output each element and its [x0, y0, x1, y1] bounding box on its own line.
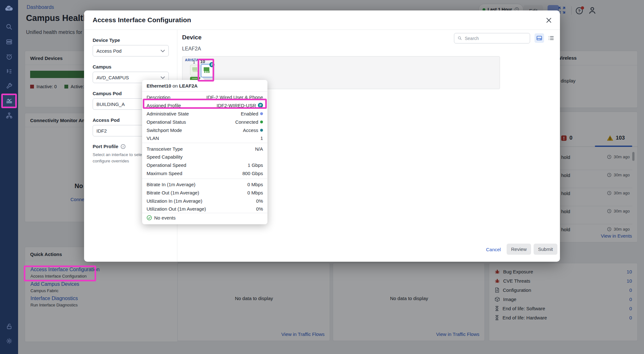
- access-pod-label: Access Pod: [93, 117, 120, 123]
- tooltip-title: Ethernet10 on LEAF2A: [147, 83, 198, 88]
- port-profile-helper-1: Select an interface to select: [93, 152, 145, 157]
- tooltip-row: Bitrate Out (1m Average)0 Mbps: [147, 188, 263, 197]
- list-view-icon: [548, 35, 554, 41]
- search-placeholder: Search: [465, 36, 479, 41]
- device-search-input[interactable]: Search: [454, 33, 530, 43]
- port-profile-helper-2: configure overrides: [93, 159, 129, 163]
- state-dot: [260, 129, 263, 132]
- no-events-row: No events: [147, 215, 176, 220]
- state-dot: [260, 121, 263, 123]
- tooltip-row: VLAN1: [147, 134, 263, 142]
- provisioning-wrench-icon[interactable]: [5, 82, 13, 90]
- close-icon[interactable]: [545, 16, 553, 24]
- info-icon[interactable]: i: [121, 144, 126, 149]
- port-1-label: 1: [193, 60, 195, 64]
- card-view-toggle[interactable]: [535, 33, 544, 43]
- device-name: LEAF2A: [182, 46, 201, 52]
- cancel-button[interactable]: Cancel: [486, 247, 501, 252]
- tooltip-row: Bitrate In (1m Average)0 Mbps: [147, 180, 263, 188]
- tooltip-row: Operational Speed1 Gbps: [147, 161, 263, 169]
- state-dot: [260, 112, 263, 115]
- check-circle-icon: [147, 215, 152, 220]
- devices-icon[interactable]: [5, 37, 13, 46]
- port-profile-label: Port Profile i: [93, 144, 126, 149]
- tooltip-row: Speed Capability: [147, 153, 263, 161]
- review-button[interactable]: Review: [507, 244, 531, 255]
- chevron-down-icon: [161, 49, 165, 52]
- tooltip-row: Utilization Out (1m Average)0%: [147, 205, 263, 213]
- campus-label: Campus: [93, 64, 111, 69]
- device-section-heading: Device: [182, 34, 201, 41]
- vendor-logo: ARISTA: [185, 58, 199, 62]
- tooltip-row: Utilization In (1m Average)0%: [147, 197, 263, 205]
- network-topology-icon[interactable]: [5, 111, 13, 120]
- list-view-toggle[interactable]: [547, 34, 555, 43]
- tooltip-row: Maximum Speed800 Gbps: [147, 169, 263, 177]
- sidebar: [0, 0, 18, 354]
- annotation-quick-action: [24, 266, 96, 281]
- settings-gear-icon[interactable]: [5, 337, 13, 345]
- tooltip-row: Switchport Mode Access: [147, 126, 263, 134]
- lock-open-icon[interactable]: [5, 322, 13, 331]
- search-icon[interactable]: [5, 23, 13, 31]
- annotation-assigned-profile: [143, 99, 267, 109]
- campus-pod-label: Campus Pod: [93, 91, 122, 96]
- card-view-icon: [536, 35, 542, 41]
- svg-text:i: i: [123, 145, 124, 148]
- tooltip-row: Operational Status Connected: [147, 118, 263, 126]
- modal-title: Access Interface Configuration: [93, 16, 191, 24]
- tooltip-row: Transceiver TypeN/A: [147, 145, 263, 153]
- tooltip-row: Administrative State Enabled: [147, 109, 263, 118]
- submit-button[interactable]: Submit: [534, 244, 557, 255]
- events-alarm-icon[interactable]: [5, 52, 13, 61]
- search-icon: [457, 36, 462, 41]
- annotation-sidebar-dashboards: [1, 94, 17, 108]
- device-type-label: Device Type: [93, 37, 120, 43]
- device-type-select[interactable]: Access Pod: [93, 45, 169, 56]
- topology-list-icon[interactable]: [5, 67, 13, 75]
- cloudvision-logo[interactable]: [5, 4, 13, 13]
- chevron-down-icon: [161, 76, 165, 79]
- annotation-port-10: [198, 59, 214, 82]
